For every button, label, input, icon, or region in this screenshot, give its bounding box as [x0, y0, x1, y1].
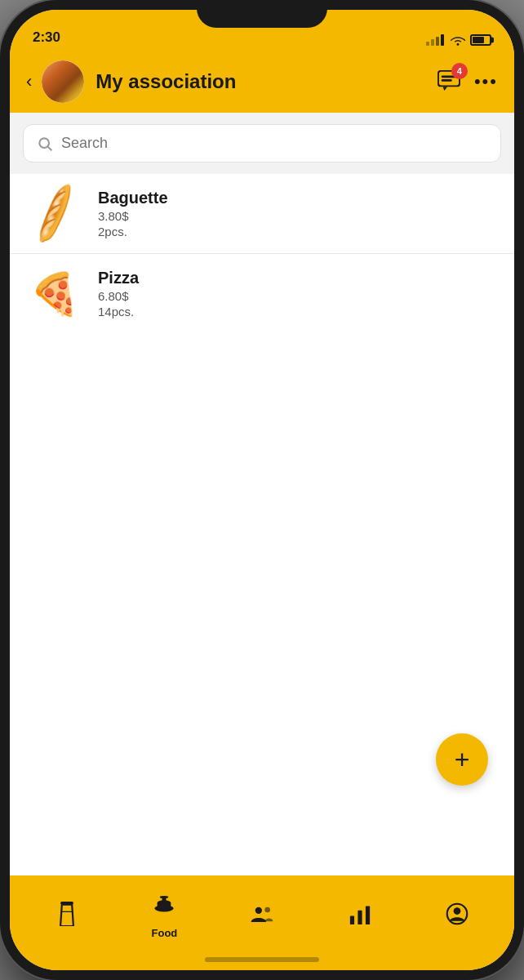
- page-title: My association: [95, 70, 437, 93]
- phone-screen: 2:30 ‹: [10, 10, 514, 970]
- svg-marker-4: [442, 87, 447, 91]
- food-icon: [152, 893, 176, 924]
- add-button[interactable]: +: [436, 733, 488, 786]
- nav-item-stats[interactable]: [335, 903, 384, 930]
- item-image-pizza: 🍕: [26, 271, 83, 316]
- nav-item-account[interactable]: [433, 902, 482, 931]
- status-icons: [426, 34, 491, 46]
- bottom-nav: Food: [10, 875, 514, 957]
- svg-rect-18: [366, 906, 370, 924]
- notification-badge: 4: [451, 63, 468, 79]
- search-icon: [37, 136, 53, 152]
- avatar-image: [42, 60, 84, 103]
- home-indicator: [205, 957, 319, 962]
- item-name: Pizza: [98, 269, 139, 287]
- nav-item-food[interactable]: Food: [140, 893, 189, 939]
- nav-item-drinks[interactable]: [42, 902, 91, 932]
- food-nav-label: Food: [152, 927, 178, 939]
- members-icon: [250, 903, 274, 930]
- status-time: 2:30: [33, 29, 60, 46]
- header: ‹ My association 4 •••: [10, 51, 514, 113]
- search-container: [10, 113, 514, 174]
- item-name: Baguette: [98, 189, 168, 207]
- nav-item-members[interactable]: [238, 903, 286, 930]
- more-button[interactable]: •••: [474, 71, 498, 92]
- item-image-baguette: 🥖: [26, 191, 83, 236]
- item-price: 6.80$: [98, 289, 139, 303]
- notch: [197, 0, 327, 28]
- item-price: 3.80$: [98, 209, 168, 223]
- list-item[interactable]: 🥖 Baguette 3.80$ 2pcs.: [10, 174, 514, 254]
- items-list: 🥖 Baguette 3.80$ 2pcs. 🍕: [10, 174, 514, 525]
- back-button[interactable]: ‹: [26, 71, 32, 92]
- svg-point-15: [264, 906, 270, 912]
- svg-rect-17: [357, 910, 362, 924]
- svg-rect-3: [442, 79, 452, 82]
- bottom-bar: [10, 957, 514, 970]
- account-icon: [446, 902, 468, 931]
- wifi-icon: [451, 34, 465, 46]
- phone-frame: 2:30 ‹: [0, 0, 524, 980]
- drinks-icon: [56, 902, 78, 932]
- search-box: [23, 124, 501, 163]
- svg-rect-16: [349, 915, 353, 924]
- item-info-pizza: Pizza 6.80$ 14pcs.: [98, 269, 139, 318]
- empty-area: [10, 525, 514, 876]
- svg-point-5: [39, 138, 49, 148]
- content-wrapper: 🥖 Baguette 3.80$ 2pcs. 🍕: [10, 113, 514, 875]
- svg-point-20: [454, 907, 461, 915]
- svg-line-6: [48, 146, 52, 150]
- avatar: [42, 60, 84, 103]
- battery-icon: [470, 34, 491, 46]
- svg-point-14: [255, 906, 262, 913]
- item-quantity: 2pcs.: [98, 225, 168, 238]
- search-input[interactable]: [61, 135, 487, 152]
- svg-rect-13: [160, 896, 168, 898]
- item-info-baguette: Baguette 3.80$ 2pcs.: [98, 189, 168, 238]
- list-item[interactable]: 🍕 Pizza 6.80$ 14pcs.: [10, 254, 514, 333]
- item-quantity: 14pcs.: [98, 305, 139, 318]
- pizza-emoji: 🍕: [29, 270, 80, 318]
- baguette-emoji: 🥖: [21, 181, 88, 247]
- chat-button[interactable]: 4: [437, 69, 461, 94]
- stats-icon: [349, 903, 371, 930]
- header-actions: 4 •••: [437, 69, 498, 94]
